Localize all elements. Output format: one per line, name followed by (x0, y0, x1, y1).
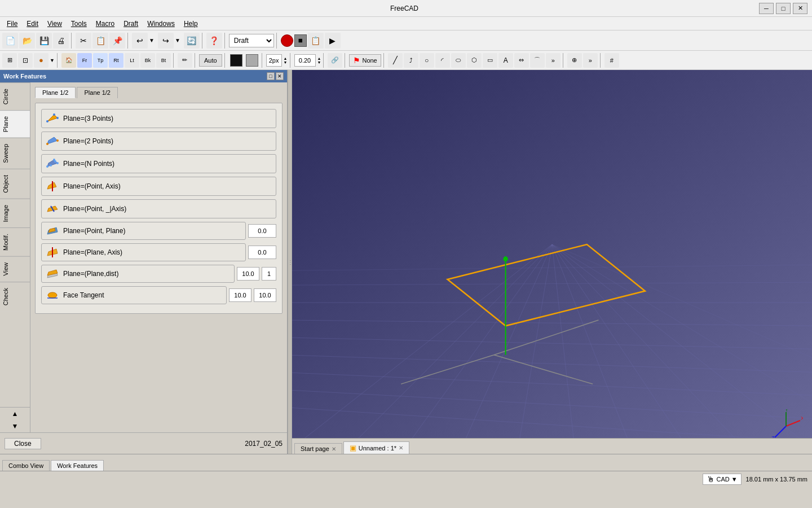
more-tools-btn[interactable]: » (546, 53, 561, 68)
cut-btn[interactable]: ✂ (76, 33, 91, 49)
line-color-swatch[interactable] (230, 54, 242, 67)
undo-dropdown[interactable]: ▼ (149, 37, 155, 43)
more-snap-btn[interactable]: » (583, 53, 598, 68)
btn-plane-point-axis[interactable]: Plane=(Point, Axis) (41, 177, 276, 196)
side-tab-image[interactable]: Image (0, 199, 30, 228)
view-front-btn[interactable]: Fr (77, 53, 92, 68)
construction-none-btn[interactable]: ⚑ None (349, 54, 381, 67)
view-3d-dropdown[interactable]: ▼ (50, 58, 55, 63)
view-bottom-btn[interactable]: Bt (156, 53, 171, 68)
record-macro-btn[interactable] (281, 34, 293, 47)
opacity-input[interactable] (294, 54, 316, 67)
input-plane-plane-axis[interactable] (248, 246, 276, 259)
redo-dropdown[interactable]: ▼ (175, 37, 180, 43)
view-home-btn[interactable]: 🏠 (61, 53, 76, 68)
input-plane-plane-dist-1[interactable] (237, 267, 259, 281)
bottom-tab-comboview[interactable]: Combo View (2, 460, 50, 471)
canvas-area[interactable]: X Y Z Start page ✕ ▣ Unnamed : 1* ✕ (292, 70, 812, 454)
new-file-btn[interactable]: 📄 (2, 33, 18, 49)
side-tab-object[interactable]: Object (0, 169, 30, 199)
input-face-tangent-1[interactable] (229, 288, 251, 302)
menu-help[interactable]: Help (179, 19, 202, 29)
width-spinner[interactable]: ▲▼ (284, 56, 288, 64)
help-btn[interactable]: ❓ (206, 33, 222, 49)
btn-plane-3points[interactable]: Plane=(3 Points) (41, 109, 276, 128)
minimize-button[interactable]: ─ (759, 3, 774, 14)
circle-tool-btn[interactable]: ○ (420, 53, 434, 68)
panel-splitter[interactable]: ⋮ (288, 70, 292, 454)
scroll-down-btn[interactable]: ▼ (0, 420, 30, 432)
macro-editor-btn[interactable]: 📋 (308, 33, 324, 49)
btn-plane-plane-dist[interactable]: Plane=(Plane,dist) (41, 265, 235, 283)
btn-plane-2points[interactable]: Plane=(2 Points) (41, 132, 276, 151)
menu-draft[interactable]: Draft (119, 19, 143, 29)
canvas-tab-unnamed-close[interactable]: ✕ (399, 445, 403, 451)
menu-edit[interactable]: Edit (22, 19, 43, 29)
canvas-tab-unnamed[interactable]: ▣ Unnamed : 1* ✕ (343, 441, 409, 454)
rectangle-tool-btn[interactable]: ▭ (483, 53, 497, 68)
line-width-input[interactable] (266, 54, 282, 67)
bottom-tab-workfeatures[interactable]: Work Features (51, 460, 104, 471)
side-tab-check[interactable]: Check (0, 282, 30, 311)
input-face-tangent-2[interactable] (254, 288, 276, 302)
snap-auto-btn[interactable]: Auto (199, 54, 222, 67)
menu-windows[interactable]: Windows (143, 19, 179, 29)
stop-macro-btn[interactable]: ■ (294, 34, 307, 47)
dimension-tool-btn[interactable]: ⇔ (514, 53, 529, 68)
view-fit-btn[interactable]: ⊞ (2, 53, 17, 68)
scroll-up-btn[interactable]: ▲ (0, 407, 30, 420)
side-tab-modif[interactable]: Modif. (0, 227, 30, 256)
btn-plane-point-perpaxis[interactable]: Plane=(Point, _|Axis) (41, 199, 276, 218)
close-button[interactable]: ✕ (793, 3, 807, 14)
snap-icon-btn[interactable]: 🔗 (328, 53, 342, 68)
menu-macro[interactable]: Macro (91, 19, 119, 29)
view-select-btn[interactable]: ⊡ (18, 53, 33, 68)
fill-color-swatch[interactable] (246, 54, 258, 67)
input-plane-plane-dist-2[interactable] (262, 267, 276, 281)
undo-btn[interactable]: ↩ (132, 33, 148, 49)
canvas-tab-startpage[interactable]: Start page ✕ (294, 443, 342, 454)
copy-btn[interactable]: 📋 (92, 33, 108, 49)
menu-file[interactable]: File (2, 19, 22, 29)
canvas-tab-startpage-close[interactable]: ✕ (332, 446, 336, 452)
cad-dropdown-icon[interactable]: ▼ (731, 476, 738, 483)
btn-plane-plane-axis[interactable]: Plane=(Plane, Axis) (41, 243, 246, 261)
side-tab-view[interactable]: View (0, 256, 30, 282)
menu-tools[interactable]: Tools (67, 19, 91, 29)
btn-face-tangent[interactable]: Face Tangent (41, 286, 227, 304)
save-file-btn[interactable]: 💾 (36, 33, 52, 49)
opacity-spinner[interactable]: ▲▼ (317, 56, 321, 64)
input-plane-point-plane[interactable] (248, 224, 276, 238)
side-tab-circle[interactable]: Circle (0, 82, 30, 110)
tab-plane-1[interactable]: Plane 1/2 (35, 87, 76, 98)
view-top-btn[interactable]: Tp (93, 53, 108, 68)
panel-float-btn[interactable]: □ (267, 72, 275, 80)
view-back-btn[interactable]: Bk (140, 53, 155, 68)
maximize-button[interactable]: □ (776, 3, 791, 14)
paste-btn[interactable]: 📌 (109, 33, 125, 49)
view-3d-btn[interactable]: ● (34, 53, 48, 68)
close-panel-btn[interactable]: Close (5, 438, 41, 449)
side-tab-sweep[interactable]: Sweep (0, 138, 30, 169)
line-tool-btn[interactable]: ╱ (388, 53, 403, 68)
side-tab-plane[interactable]: Plane (0, 110, 30, 138)
tab-plane-2[interactable]: Plane 1/2 (77, 87, 117, 98)
view-right-btn[interactable]: Rt (109, 53, 123, 68)
menu-view[interactable]: View (43, 19, 67, 29)
run-macro-btn[interactable]: ▶ (325, 33, 341, 49)
bspline-tool-btn[interactable]: ⌒ (530, 53, 545, 68)
print-btn[interactable]: 🖨 (53, 33, 69, 49)
draw-style-btn[interactable]: ✏ (178, 53, 192, 68)
grid-btn[interactable]: # (604, 53, 619, 68)
btn-plane-point-plane[interactable]: Plane=(Point, Plane) (41, 222, 246, 240)
workbench-selector[interactable]: Draft Part Sketcher (229, 34, 274, 47)
cad-badge[interactable]: 🖱 CAD ▼ (703, 474, 741, 485)
redo-btn[interactable]: ↪ (158, 33, 174, 49)
btn-plane-npoints[interactable]: Plane=(N Points) (41, 154, 276, 173)
view-left-btn[interactable]: Lt (125, 53, 139, 68)
snap-tools-btn[interactable]: ⊕ (567, 53, 582, 68)
open-file-btn[interactable]: 📂 (19, 33, 35, 49)
panel-close-btn[interactable]: ✕ (276, 72, 284, 80)
wire-tool-btn[interactable]: ⤴ (404, 53, 418, 68)
text-tool-btn[interactable]: A (498, 53, 513, 68)
